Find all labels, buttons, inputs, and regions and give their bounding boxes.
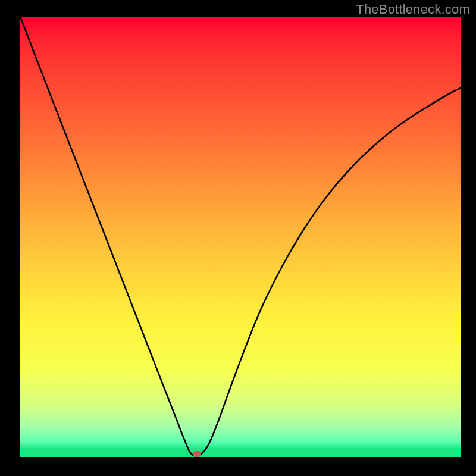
- optimal-point-marker: [193, 451, 201, 457]
- bottleneck-curve: [20, 17, 461, 457]
- chart-plot-area: [20, 17, 461, 457]
- chart-frame: TheBottleneck.com: [0, 0, 476, 476]
- watermark-text: TheBottleneck.com: [356, 2, 470, 17]
- curve-path: [20, 17, 461, 456]
